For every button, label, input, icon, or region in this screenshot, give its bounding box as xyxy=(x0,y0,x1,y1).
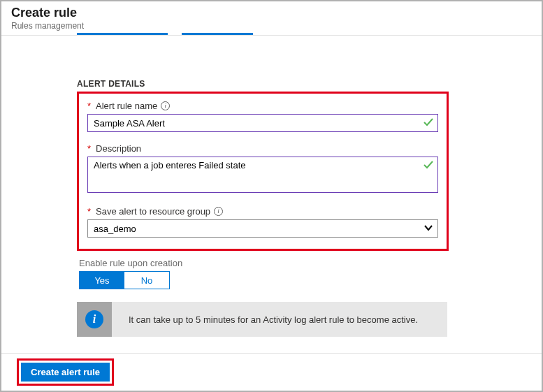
info-icon[interactable]: i xyxy=(161,101,170,110)
rule-name-input[interactable] xyxy=(87,114,438,132)
form-content: ALERT DETAILS * Alert rule name i * Desc… xyxy=(1,37,463,337)
label-text: Save alert to resource group xyxy=(96,206,210,217)
info-banner-text: It can take up to 5 minutes for an Activ… xyxy=(112,314,418,325)
field-rule-name: * Alert rule name i xyxy=(87,101,438,132)
info-icon[interactable]: i xyxy=(214,207,223,216)
required-asterisk: * xyxy=(87,143,91,154)
page-subtitle: Rules management xyxy=(11,21,532,31)
page-title: Create rule xyxy=(11,6,532,20)
resource-group-label: * Save alert to resource group i xyxy=(87,206,438,217)
enable-no-button[interactable]: No xyxy=(124,272,169,289)
placeholder-bar xyxy=(77,33,168,35)
alert-details-heading: ALERT DETAILS xyxy=(77,79,463,89)
info-banner: i It can take up to 5 minutes for an Act… xyxy=(77,302,447,337)
field-description: * Description xyxy=(87,143,438,195)
enable-rule-toggle: Yes No xyxy=(79,271,170,289)
info-icon: i xyxy=(85,310,103,328)
create-alert-rule-button[interactable]: Create alert rule xyxy=(21,363,110,382)
rule-name-label: * Alert rule name i xyxy=(87,101,438,111)
resource-group-select[interactable]: asa_demo xyxy=(87,219,438,238)
field-resource-group: * Save alert to resource group i asa_dem… xyxy=(87,206,438,238)
enable-rule-label: Enable rule upon creation xyxy=(79,258,463,268)
label-text: Description xyxy=(96,143,141,154)
footer: Create alert rule xyxy=(1,353,542,391)
page-header: Create rule Rules management xyxy=(1,1,542,36)
enable-yes-button[interactable]: Yes xyxy=(80,272,124,289)
label-text: Alert rule name xyxy=(96,101,157,111)
info-banner-icon-box: i xyxy=(77,302,112,337)
required-asterisk: * xyxy=(87,206,91,217)
alert-details-highlight: * Alert rule name i * Description * Sa xyxy=(77,92,449,251)
description-label: * Description xyxy=(87,143,438,154)
enable-rule-section: Enable rule upon creation Yes No xyxy=(79,258,463,289)
required-asterisk: * xyxy=(87,101,91,111)
description-input[interactable] xyxy=(87,157,438,193)
create-button-highlight: Create alert rule xyxy=(17,358,114,386)
checkmark-icon xyxy=(423,117,434,128)
placeholder-bar xyxy=(182,33,253,35)
checkmark-icon xyxy=(423,159,434,170)
collapsed-section-bars xyxy=(77,33,542,37)
